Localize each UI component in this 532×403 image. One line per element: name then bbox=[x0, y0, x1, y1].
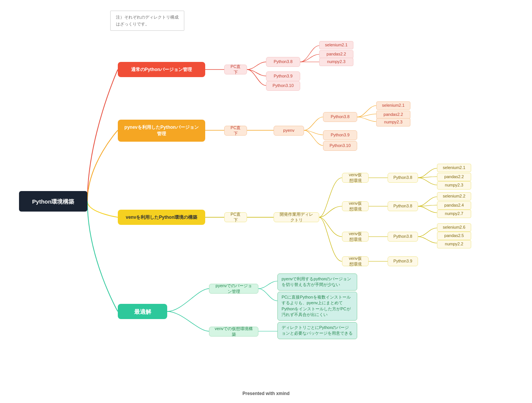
branch4-text2: PCに直接Pythonを複数インストールするよりも、pyenv上にまとめてPyt… bbox=[277, 292, 357, 321]
branch1-py38: Python3.8 bbox=[266, 57, 300, 67]
branch3-venv1-lib2: pandas2.2 bbox=[437, 173, 471, 181]
note-box: 注）それぞれのディレクトリ構成 はざっくりです。 bbox=[110, 11, 184, 31]
branch2-label: pynevを利用したPythonバージョン管理 bbox=[123, 124, 200, 137]
branch3-pc: PC直下 bbox=[224, 212, 247, 222]
branch4-label: 最適解 bbox=[134, 308, 151, 316]
branch1-pc: PC直下 bbox=[224, 65, 247, 74]
branch2-lib1: selenium2.1 bbox=[376, 101, 410, 110]
branch3-venv4-py: Python3.9 bbox=[388, 256, 418, 266]
note-line1: 注）それぞれのディレクトリ構成 bbox=[116, 14, 179, 21]
branch3-label: venvを利用したPython環境の構築 bbox=[126, 214, 197, 221]
branch3-venv3-lib2: pandas2.5 bbox=[437, 232, 471, 240]
branch2-lib3: numpy2.3 bbox=[376, 118, 410, 126]
branch1-label: 通常のPythonバージョン管理 bbox=[131, 66, 192, 73]
branch3-venv2-lib1: selenium2.2 bbox=[437, 192, 471, 201]
branch4-pyenv-mgmt: pyenvでのバージョン管理 bbox=[209, 284, 258, 294]
note-line2: はざっくりです。 bbox=[116, 21, 179, 28]
branch3-venv1-lib3: numpy2.3 bbox=[437, 181, 471, 190]
branch3-venv2-py: Python3.8 bbox=[388, 201, 418, 211]
branch1-lib1: selenium2.1 bbox=[319, 41, 353, 49]
branch2-py39: Python3.9 bbox=[323, 130, 357, 140]
branch2-pyenv: pyenv bbox=[274, 126, 304, 136]
branch3-venv1-lib1: selenium2.1 bbox=[437, 164, 471, 172]
branch1-node: 通常のPythonバージョン管理 bbox=[118, 62, 205, 77]
branch3-venv3-py: Python3.8 bbox=[388, 232, 418, 242]
branch1-py310: Python3.10 bbox=[266, 81, 300, 91]
branch1-py39: Python3.9 bbox=[266, 71, 300, 81]
branch1-lib2: pandas2.2 bbox=[319, 50, 353, 58]
branch3-venv4: venv仮想環境 bbox=[342, 256, 369, 266]
branch2-py310: Python3.10 bbox=[323, 141, 357, 151]
root-node: Python環境構築 bbox=[19, 191, 87, 212]
branch3-venv2-lib2: pandas2.4 bbox=[437, 201, 471, 210]
branch3-venv3-lib3: numpy2.2 bbox=[437, 240, 471, 248]
branch2-node: pynevを利用したPythonバージョン管理 bbox=[118, 120, 205, 142]
branch2-lib2: pandas2.2 bbox=[376, 111, 410, 119]
branch3-venv3: venv仮想環境 bbox=[342, 232, 369, 242]
branch3-venv2: venv仮想環境 bbox=[342, 201, 369, 211]
branch2-py38: Python3.8 bbox=[323, 112, 357, 122]
footer-prefix: Presented with bbox=[242, 391, 276, 396]
footer: Presented with xmind bbox=[242, 391, 290, 396]
branch3-node: venvを利用したPython環境の構築 bbox=[118, 210, 205, 225]
branch3-venv3-lib1: selenium2.6 bbox=[437, 223, 471, 232]
branch3-devdir: 開発作業用ディレクトリ bbox=[274, 212, 319, 222]
branch3-venv2-lib3: numpy2.7 bbox=[437, 210, 471, 218]
branch4-node: 最適解 bbox=[118, 304, 167, 319]
branch4-text3: ディレクトリごとにPythonのバージョンと必要なパッケージを用意できる bbox=[277, 322, 357, 339]
footer-brand: xmind bbox=[276, 391, 290, 396]
branch3-venv1-py: Python3.8 bbox=[388, 173, 418, 183]
branch4-venv-mgmt: venvでの仮想環境構築 bbox=[209, 327, 258, 337]
branch4-text1: pyenvで利用するpythonのバージョンを切り替える方が手間が少ない bbox=[277, 273, 357, 291]
branch2-pc: PC直下 bbox=[224, 126, 247, 136]
root-label: Python環境構築 bbox=[32, 198, 74, 205]
branch1-lib3: numpy2.3 bbox=[319, 58, 353, 66]
branch3-venv1: venv仮想環境 bbox=[342, 173, 369, 183]
